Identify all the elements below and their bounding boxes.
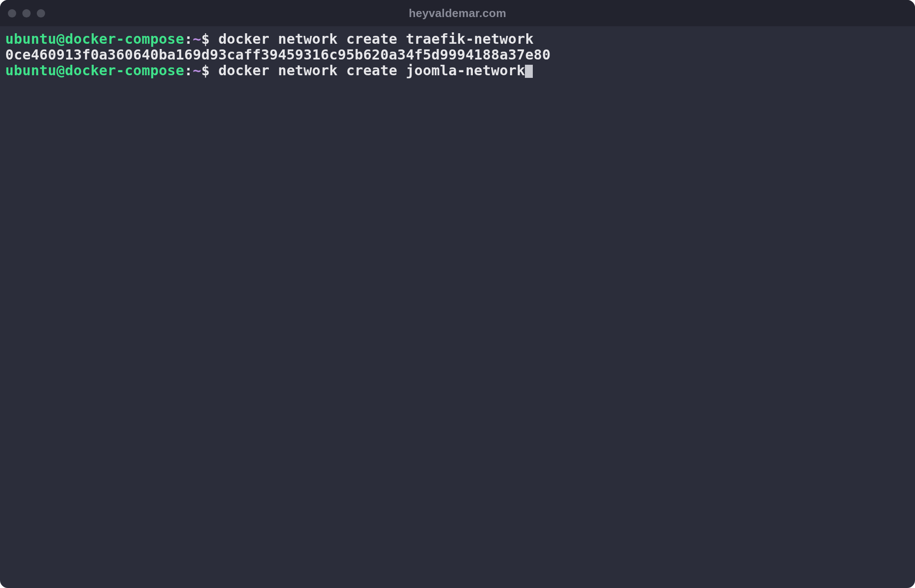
traffic-lights <box>8 9 45 18</box>
prompt-user-host: ubuntu@docker-compose <box>5 62 184 79</box>
minimize-icon[interactable] <box>22 9 31 18</box>
terminal-line: ubuntu@docker-compose:~$ docker network … <box>5 63 910 79</box>
prompt-user-host: ubuntu@docker-compose <box>5 31 184 47</box>
command-text: docker network create joomla-network <box>210 62 525 79</box>
command-text: docker network create traefik-network <box>210 31 534 47</box>
prompt-colon: : <box>184 62 193 79</box>
terminal-body[interactable]: ubuntu@docker-compose:~$ docker network … <box>0 26 915 588</box>
prompt-colon: : <box>184 31 193 47</box>
prompt-path: ~ <box>193 62 201 79</box>
output-text: 0ce460913f0a360640ba169d93caff39459316c9… <box>5 46 551 63</box>
prompt-dollar: $ <box>201 62 210 79</box>
prompt-path: ~ <box>193 31 201 47</box>
cursor-icon <box>525 65 533 78</box>
terminal-line: ubuntu@docker-compose:~$ docker network … <box>5 32 910 47</box>
window-title: heyvaldemar.com <box>409 7 507 20</box>
title-bar: heyvaldemar.com <box>0 0 915 26</box>
maximize-icon[interactable] <box>37 9 45 18</box>
terminal-window: heyvaldemar.com ubuntu@docker-compose:~$… <box>0 0 915 588</box>
close-icon[interactable] <box>8 9 16 18</box>
terminal-line: 0ce460913f0a360640ba169d93caff39459316c9… <box>5 47 910 63</box>
prompt-dollar: $ <box>201 31 210 47</box>
